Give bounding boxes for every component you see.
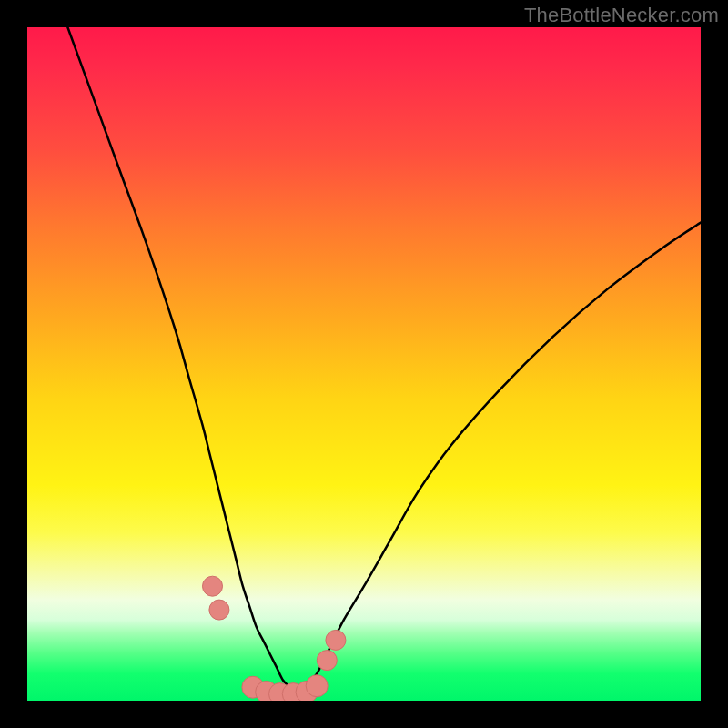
outer-frame: TheBottleNecker.com [0, 0, 728, 728]
watermark-text: TheBottleNecker.com [524, 4, 719, 27]
heat-gradient-background [27, 27, 701, 701]
plot-area [27, 27, 701, 701]
